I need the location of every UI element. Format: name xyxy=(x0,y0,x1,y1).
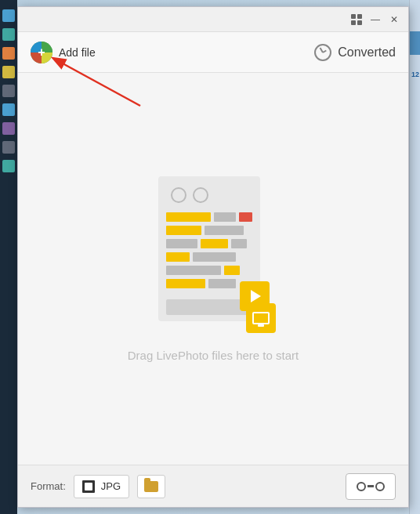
right-edge: 12 xyxy=(409,0,420,514)
title-bar: — ✕ xyxy=(18,7,408,32)
minimize-button[interactable]: — xyxy=(368,13,383,27)
drop-zone-text: Drag LivePhoto files here to start xyxy=(128,349,299,362)
bottom-bar: Format: JPG xyxy=(18,465,408,507)
doc-line-yellow-6 xyxy=(166,279,205,288)
grid-icon xyxy=(351,14,362,25)
sidebar-icon-4 xyxy=(2,66,15,78)
doc-line-gray-2 xyxy=(205,226,244,235)
sidebar-icon-6 xyxy=(2,103,15,116)
doc-row-2 xyxy=(166,226,252,235)
doc-line-gray-7 xyxy=(208,279,236,288)
illustration xyxy=(150,176,276,333)
folder-button[interactable] xyxy=(137,475,165,498)
doc-row-5 xyxy=(166,266,252,275)
sidebar-icon-9 xyxy=(2,160,15,172)
sidebar-icon-7 xyxy=(2,122,15,135)
monitor-icon xyxy=(252,312,270,324)
doc-row-1 xyxy=(166,212,252,222)
doc-row-4 xyxy=(166,252,252,262)
sidebar-icon-5 xyxy=(2,85,15,97)
right-edge-item-1 xyxy=(410,31,420,55)
grid-cell-4 xyxy=(357,20,362,25)
format-selector[interactable]: JPG xyxy=(74,475,129,498)
link-icon xyxy=(357,482,385,491)
converted-text: Converted xyxy=(338,45,396,60)
app-window: — ✕ Add file Converted xyxy=(17,6,409,508)
add-file-area[interactable]: Add file xyxy=(31,42,96,63)
grid-cell-1 xyxy=(351,14,356,19)
format-label: Format: xyxy=(31,480,66,492)
sidebar-icon-2 xyxy=(2,28,15,41)
doc-circle-1 xyxy=(171,187,186,203)
doc-line-gray-1 xyxy=(214,212,236,222)
jpg-icon xyxy=(82,480,95,493)
grid-cell-2 xyxy=(357,14,362,19)
video-file-icon-2 xyxy=(246,303,276,333)
doc-circle-2 xyxy=(193,187,208,203)
title-bar-controls: — ✕ xyxy=(349,13,402,27)
add-file-icon xyxy=(31,42,52,63)
doc-line-yellow-1 xyxy=(166,212,211,222)
folder-icon xyxy=(144,481,158,492)
doc-line-yellow-4 xyxy=(166,252,190,262)
doc-line-gray-4 xyxy=(231,239,247,248)
main-content[interactable]: Drag LivePhoto files here to start xyxy=(18,73,408,465)
doc-row-3 xyxy=(166,239,252,248)
add-file-label: Add file xyxy=(59,46,96,59)
doc-lines xyxy=(158,209,260,291)
link-circle-left xyxy=(357,482,366,491)
grid-button[interactable] xyxy=(349,13,364,27)
close-button[interactable]: ✕ xyxy=(386,13,402,27)
convert-button[interactable] xyxy=(346,473,396,500)
doc-line-yellow-3 xyxy=(201,239,228,248)
left-sidebar xyxy=(0,0,17,514)
clock-icon xyxy=(314,44,331,61)
sidebar-icon-1 xyxy=(2,9,15,22)
toolbar: Add file Converted xyxy=(18,32,408,73)
link-circle-right xyxy=(375,482,385,491)
grid-cell-3 xyxy=(351,20,356,25)
doc-line-gray-6 xyxy=(166,266,221,275)
link-connector xyxy=(368,485,374,487)
doc-line-gray-3 xyxy=(166,239,197,248)
doc-line-gray-5 xyxy=(193,252,236,262)
right-edge-number: 12 xyxy=(410,71,420,78)
format-text: JPG xyxy=(101,480,121,492)
doc-line-yellow-2 xyxy=(166,226,201,235)
doc-line-red-1 xyxy=(239,212,252,222)
doc-line-yellow-5 xyxy=(224,266,240,275)
sidebar-icon-8 xyxy=(2,141,15,154)
converted-status: Converted xyxy=(314,44,396,61)
sidebar-icon-3 xyxy=(2,47,15,60)
doc-circles xyxy=(158,176,260,209)
